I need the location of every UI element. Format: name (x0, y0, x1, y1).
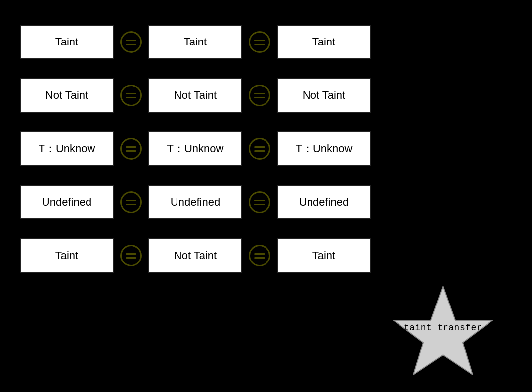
eq-circle-r1-right (249, 31, 270, 53)
cell-r2-c3: Not Taint (148, 78, 242, 113)
cell-r1-c5: Taint (277, 25, 371, 59)
cell-r1-c3: Taint (148, 25, 242, 59)
eq-symbol-r2-right (247, 83, 272, 108)
eq-symbol-r2 (119, 83, 143, 108)
cell-r2-c1: Not Taint (20, 78, 114, 113)
cell-r4-c3: Undefined (148, 185, 242, 219)
cell-r5-c3: Not Taint (148, 238, 242, 273)
eq-symbol-r5-right (247, 243, 272, 268)
star-label: taint transfer (404, 323, 482, 333)
eq-symbol-r1-right (247, 30, 272, 54)
star-annotation: taint transfer (364, 278, 522, 377)
cell-r4-c1: Undefined (20, 185, 114, 219)
cell-r5-c1: Taint (20, 238, 114, 273)
eq-circle-r1 (120, 31, 142, 53)
eq-bar-top-r1 (126, 40, 136, 41)
cell-r5-c5: Taint (277, 238, 371, 273)
cell-r3-c1: T：Unknow (20, 131, 114, 166)
eq-symbol-r5 (119, 243, 143, 268)
cell-r3-c3: T：Unknow (148, 131, 242, 166)
cell-r3-c5: T：Unknow (277, 131, 371, 166)
eq-symbol-r3-right (247, 136, 272, 161)
cell-r2-c5: Not Taint (277, 78, 371, 113)
eq-symbol-r4 (119, 190, 143, 215)
main-container: Taint Taint Taint Not Taint (0, 0, 532, 392)
taint-grid: Taint Taint Taint Not Taint (20, 20, 376, 278)
eq-bar-bot-r1 (126, 44, 136, 45)
eq-symbol-r1 (119, 30, 143, 54)
eq-symbol-r4-right (247, 190, 272, 215)
cell-r4-c5: Undefined (277, 185, 371, 219)
star-wrapper: taint transfer (369, 281, 517, 375)
cell-r1-c1: Taint (20, 25, 114, 59)
eq-symbol-r3 (119, 136, 143, 161)
